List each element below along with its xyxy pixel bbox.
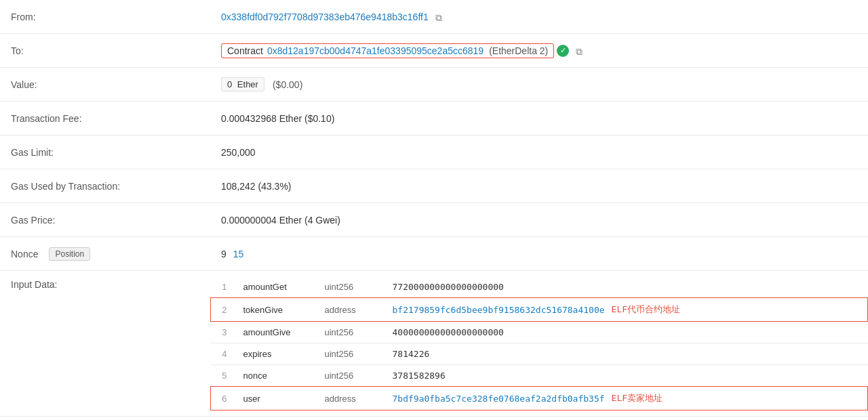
table-row: 6 user address 7bdf9a0fba5c7ce328fe0768e… — [211, 387, 868, 411]
transaction-detail-table: From: 0x338fdf0d792f7708d97383eb476e9418… — [0, 0, 868, 417]
row-type: uint256 — [317, 343, 384, 365]
row-type: uint256 — [317, 365, 384, 387]
row-index: 3 — [211, 322, 235, 343]
value-usd: ($0.00) — [273, 79, 302, 90]
from-value: 0x338fdf0d792f7708d97383eb476e9418b3c16f… — [210, 3, 868, 30]
table-row: 1 amountGet uint256 77200000000000000000… — [211, 276, 868, 298]
from-row: From: 0x338fdf0d792f7708d97383eb476e9418… — [0, 0, 868, 34]
value-row: Value: 0 Ether ($0.00) — [0, 68, 868, 102]
row-type: uint256 — [317, 322, 384, 343]
table-row: 4 expires uint256 7814226 — [211, 343, 868, 365]
gas-price-value: 0.000000004 Ether (4 Gwei) — [210, 207, 868, 234]
value-amount: 0 — [227, 79, 232, 89]
value-content: 0 Ether ($0.00) — [210, 69, 868, 100]
nonce-row: Nonce Position 9 15 — [0, 237, 868, 271]
value-label: Value: — [0, 71, 210, 98]
gas-limit-row: Gas Limit: 250,000 — [0, 135, 868, 169]
input-data-content: 1 amountGet uint256 77200000000000000000… — [210, 271, 868, 416]
gas-limit-text: 250,000 — [221, 147, 256, 158]
nonce-position-label: Position — [55, 249, 84, 259]
nonce-number: 9 — [221, 249, 226, 259]
verified-icon: ✓ — [557, 45, 569, 57]
row-type: address — [317, 298, 384, 322]
value-unit: Ether — [237, 79, 258, 89]
to-value: Contract 0x8d12a197cb00d4747a1fe03395095… — [210, 35, 868, 66]
row-value-with-annotation: bf2179859fc6d5bee9bf9158632dc51678a4100e… — [384, 298, 868, 322]
gas-used-value: 108,242 (43.3%) — [210, 173, 868, 200]
tx-fee-value: 0.000432968 Ether ($0.10) — [210, 105, 868, 132]
row-value-with-annotation: 7bdf9a0fba5c7ce328fe0768eaf2a2dfb0afb35f… — [384, 387, 868, 411]
gas-limit-value: 250,000 — [210, 139, 868, 166]
to-copy-icon[interactable]: ⧉ — [576, 46, 585, 56]
table-row: 3 amountGive uint256 4000000000000000000… — [211, 322, 868, 343]
user-annotation: ELF卖家地址 — [612, 392, 663, 404]
row-value: 7814226 — [384, 343, 868, 365]
row-name: tokenGive — [235, 298, 317, 322]
from-label: From: — [0, 3, 210, 30]
to-row: To: Contract 0x8d12a197cb00d4747a1fe0339… — [0, 34, 868, 68]
gas-price-row: Gas Price: 0.000000004 Ether (4 Gwei) — [0, 203, 868, 237]
annotation-wrapper: bf2179859fc6d5bee9bf9158632dc51678a4100e… — [393, 303, 868, 316]
to-contract-prefix: Contract — [227, 45, 263, 56]
token-give-address-link[interactable]: bf2179859fc6d5bee9bf9158632dc51678a4100e — [393, 305, 605, 315]
row-index: 1 — [211, 276, 235, 298]
tx-fee-row: Transaction Fee: 0.000432968 Ether ($0.1… — [0, 102, 868, 135]
nonce-position-number: 15 — [233, 249, 244, 259]
row-name: expires — [235, 343, 317, 365]
gas-price-text: 0.000000004 Ether (4 Gwei) — [221, 215, 340, 226]
row-name: nonce — [235, 365, 317, 387]
to-badge-box: Contract 0x8d12a197cb00d4747a1fe03395095… — [221, 43, 554, 58]
nonce-position-badge: Position — [49, 247, 90, 261]
table-row: 5 nonce uint256 3781582896 — [211, 365, 868, 387]
to-contract-name: (EtherDelta 2) — [489, 45, 548, 56]
row-type: address — [317, 387, 384, 411]
user-address-link[interactable]: 7bdf9a0fba5c7ce328fe0768eaf2a2dfb0afb35f — [393, 394, 605, 404]
row-index: 2 — [211, 298, 235, 322]
table-row: 2 tokenGive address bf2179859fc6d5bee9bf… — [211, 298, 868, 322]
from-copy-icon[interactable]: ⧉ — [435, 12, 445, 22]
to-label: To: — [0, 37, 210, 64]
row-name: user — [235, 387, 317, 411]
nonce-value: 9 15 — [210, 240, 868, 268]
token-give-annotation: ELF代币合约地址 — [612, 303, 680, 316]
annotation-wrapper: 7bdf9a0fba5c7ce328fe0768eaf2a2dfb0afb35f… — [393, 392, 860, 404]
row-index: 5 — [211, 365, 235, 387]
tx-fee-label: Transaction Fee: — [0, 105, 210, 132]
row-index: 6 — [211, 387, 235, 411]
row-name: amountGet — [235, 276, 317, 298]
gas-used-label: Gas Used by Transaction: — [0, 173, 210, 200]
value-amount-box: 0 Ether — [221, 77, 264, 91]
gas-used-text: 108,242 (43.3%) — [221, 181, 292, 192]
nonce-label-text: Nonce — [11, 249, 38, 259]
tx-fee-text: 0.000432968 Ether ($0.10) — [221, 113, 334, 124]
gas-used-row: Gas Used by Transaction: 108,242 (43.3%) — [0, 169, 868, 203]
gas-limit-label: Gas Limit: — [0, 139, 210, 166]
row-index: 4 — [211, 343, 235, 365]
row-value: 3781582896 — [384, 365, 868, 387]
row-value: 400000000000000000000 — [384, 322, 868, 343]
input-data-table: 1 amountGet uint256 77200000000000000000… — [210, 276, 868, 411]
row-value: 772000000000000000000 — [384, 276, 868, 298]
gas-price-label: Gas Price: — [0, 207, 210, 234]
input-data-row: Input Data: 1 amountGet uint256 77200000… — [0, 271, 868, 417]
row-type: uint256 — [317, 276, 384, 298]
from-address-link[interactable]: 0x338fdf0d792f7708d97383eb476e9418b3c16f… — [221, 12, 429, 22]
nonce-label: Nonce Position — [0, 239, 210, 269]
row-name: amountGive — [235, 322, 317, 343]
to-address-link[interactable]: 0x8d12a197cb00d4747a1fe03395095ce2a5cc68… — [267, 45, 484, 56]
input-data-label: Input Data: — [0, 271, 210, 298]
